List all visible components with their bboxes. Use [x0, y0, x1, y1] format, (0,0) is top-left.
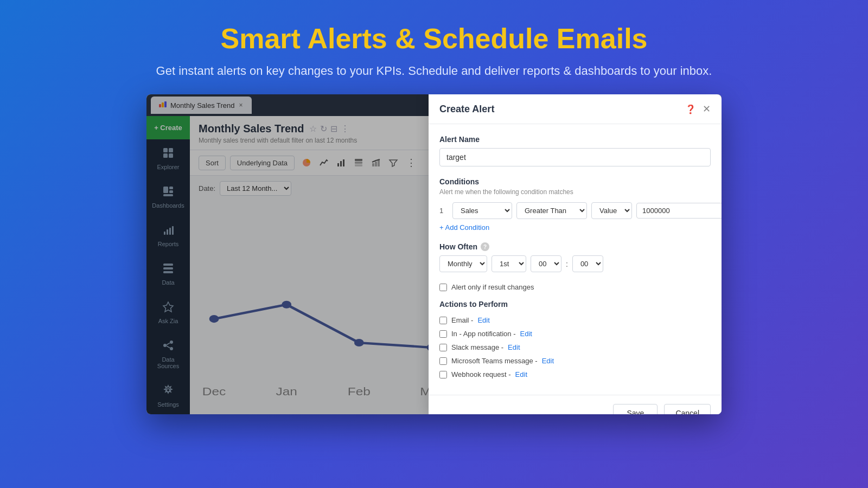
save-button[interactable]: Save	[613, 404, 658, 414]
teams-checkbox[interactable]	[439, 357, 447, 365]
alert-if-changes-label: Alert only if result changes	[451, 283, 534, 291]
frequency-select[interactable]: Monthly Weekly Daily Hourly	[439, 255, 487, 272]
conditions-section: Conditions Alert me when the following c…	[439, 177, 711, 232]
actions-title: Actions to Perform	[439, 300, 711, 309]
condition-number: 1	[439, 207, 448, 215]
alert-name-section: Alert Name	[439, 135, 711, 166]
how-often-help-icon[interactable]: ?	[481, 242, 489, 251]
alert-if-changes-row: Alert only if result changes	[439, 283, 711, 291]
in-app-checkbox[interactable]	[439, 330, 447, 338]
alert-if-changes-checkbox[interactable]	[439, 284, 447, 291]
webhook-label: Webhook request -	[451, 370, 511, 378]
email-checkbox[interactable]	[439, 317, 447, 324]
email-label: Email -	[451, 316, 473, 324]
condition-value-input[interactable]	[636, 203, 722, 219]
action-email: Email - Edit	[439, 316, 711, 324]
webhook-edit-link[interactable]: Edit	[515, 370, 527, 378]
how-often-label-text: How Often	[439, 242, 477, 251]
slack-label: Slack message -	[451, 343, 503, 351]
time-colon: :	[566, 260, 568, 268]
modal-body: Alert Name Conditions Alert me when the …	[429, 124, 722, 395]
conditions-sub: Alert me when the following condition ma…	[439, 188, 711, 196]
content-area: + Create Explorer	[146, 116, 722, 414]
alert-name-input[interactable]	[439, 148, 711, 166]
webhook-checkbox[interactable]	[439, 371, 447, 378]
condition-field-select[interactable]: Sales	[452, 202, 512, 219]
hour-select[interactable]: 00 01 02	[531, 255, 561, 272]
slack-checkbox[interactable]	[439, 344, 447, 351]
slack-edit-link[interactable]: Edit	[508, 343, 520, 351]
in-app-label: In - App notification -	[451, 330, 516, 338]
page-subtitle: Get instant alerts on key changes to you…	[156, 64, 712, 78]
page-title: Smart Alerts & Schedule Emails	[156, 22, 712, 55]
day-select[interactable]: 1st 2nd 3rd	[492, 255, 526, 272]
action-in-app: In - App notification - Edit	[439, 330, 711, 338]
condition-operator-select[interactable]: Greater Than	[516, 202, 587, 219]
alert-name-label: Alert Name	[439, 135, 711, 144]
modal-header: Create Alert ❓ ✕	[429, 116, 722, 124]
conditions-title: Conditions	[439, 177, 711, 186]
modal-overlay: Create Alert ❓ ✕ Alert Name Conditions	[146, 116, 722, 414]
condition-row-1: 1 Sales Greater Than Value	[439, 202, 711, 219]
condition-value-type-select[interactable]: Value	[591, 202, 632, 219]
in-app-edit-link[interactable]: Edit	[520, 330, 532, 338]
actions-section: Actions to Perform Email - Edit In - App…	[439, 300, 711, 378]
action-slack: Slack message - Edit	[439, 343, 711, 351]
cancel-button[interactable]: Cancel	[664, 404, 711, 414]
create-alert-modal: Create Alert ❓ ✕ Alert Name Conditions	[429, 116, 722, 414]
teams-edit-link[interactable]: Edit	[542, 357, 554, 365]
teams-label: Microsoft Teams message -	[451, 357, 538, 365]
add-condition-link[interactable]: + Add Condition	[439, 223, 711, 232]
modal-footer: Save Cancel	[429, 395, 722, 414]
action-webhook: Webhook request - Edit	[439, 370, 711, 378]
how-often-section: How Often ? Monthly Weekly Daily Hourly	[439, 242, 711, 272]
app-window: Monthly Sales Trend × 🔍 📅 💬 ❓ + Create	[146, 94, 722, 414]
how-often-controls: Monthly Weekly Daily Hourly 1st 2nd 3rd	[439, 255, 711, 272]
action-teams: Microsoft Teams message - Edit	[439, 357, 711, 365]
email-edit-link[interactable]: Edit	[477, 316, 489, 324]
minute-select[interactable]: 00 15 30 45	[572, 255, 603, 272]
